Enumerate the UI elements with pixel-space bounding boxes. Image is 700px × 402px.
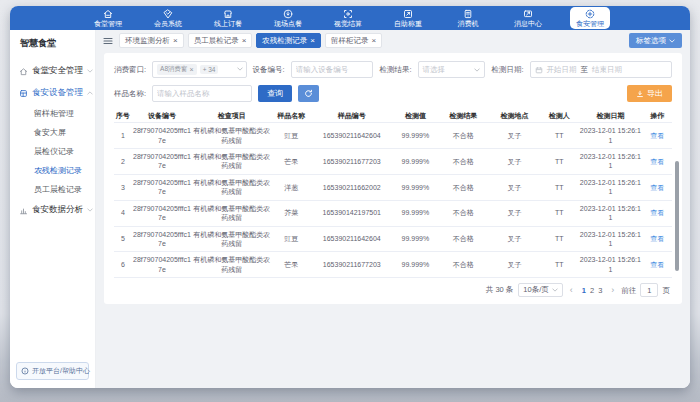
view-link[interactable]: 查看: [650, 235, 664, 242]
sidebar-submenu: 留样柜管理食安大屏晨检仪记录农残检测记录员工晨检记录: [10, 104, 95, 199]
cell-person: TT: [541, 252, 579, 278]
cell-value: 99.999%: [392, 174, 438, 200]
nav-item-4[interactable]: 视觉结算: [330, 6, 366, 30]
view-link[interactable]: 查看: [650, 158, 664, 165]
sidebar-item-2[interactable]: 晨检仪记录: [10, 142, 95, 161]
cell-sample: 洋葱: [271, 174, 311, 200]
sidebar-item-1[interactable]: 食安大屏: [10, 123, 95, 142]
sidebar-group-0[interactable]: 食堂安全管理: [10, 60, 95, 82]
nav-item-8[interactable]: 食安管理: [570, 7, 610, 29]
tab-1[interactable]: 员工晨检记录×: [188, 33, 253, 48]
reset-button[interactable]: [298, 85, 319, 102]
tab-close-icon[interactable]: ×: [372, 37, 377, 45]
table-header: 序号设备编号检查项目样品名称样品编号检测值检测结果检测地点检测人检测日期操作: [114, 109, 672, 123]
cell-project: 有机磷和氨基甲酸酯类农药残留: [192, 226, 271, 252]
sidebar-item-0[interactable]: 留样柜管理: [10, 104, 95, 123]
cell-device: 28f790704205fffc17e: [132, 200, 192, 226]
column-header: 操作: [643, 109, 672, 123]
column-header: 设备编号: [132, 109, 192, 123]
tab-2[interactable]: 农残检测记录×: [256, 33, 321, 48]
cell-project: 有机磷和氨基甲酸酯类农药残留: [192, 123, 271, 149]
device-icon: [19, 89, 28, 98]
cell-seq: 4: [114, 200, 132, 226]
sample-input[interactable]: [157, 89, 247, 98]
cell-device: 28f790704205fffc17e: [132, 174, 192, 200]
cell-date: 2023-12-01 15:26:11: [578, 123, 643, 149]
device-input-wrap: [291, 61, 374, 78]
table-row: 328f790704205fffc17e有机磷和氨基甲酸酯类农药残留洋葱1653…: [114, 174, 672, 200]
chevron-down-icon: [552, 288, 558, 292]
remove-tag-icon[interactable]: ×: [190, 66, 194, 73]
nav-item-7[interactable]: 消息中心: [510, 6, 546, 30]
cell-result: 不合格: [438, 148, 488, 174]
tab-options-button[interactable]: 标签选项: [629, 33, 682, 48]
nav-item-0[interactable]: 食堂管理: [90, 6, 126, 30]
nav-item-label: 消息中心: [514, 20, 542, 27]
date-start-placeholder: 开始日期: [547, 65, 577, 75]
cell-value: 99.999%: [392, 226, 438, 252]
device-filter-label: 设备编号:: [253, 65, 285, 75]
column-header: 检测日期: [578, 109, 643, 123]
scrollbar-thumb[interactable]: [675, 161, 679, 271]
tab-close-icon[interactable]: ×: [242, 37, 247, 45]
next-page-icon[interactable]: ›: [609, 285, 616, 295]
filter-row-1: 消费窗口: A8消费窗 × + 34 设备编号:: [114, 61, 672, 78]
collapse-menu-icon[interactable]: [103, 36, 113, 46]
date-range-picker[interactable]: 开始日期 至 结束日期: [530, 61, 672, 78]
tab-3[interactable]: 留样柜记录×: [325, 33, 382, 48]
chevron-down-icon: [87, 69, 93, 73]
date-separator: 至: [581, 65, 589, 75]
prev-page-icon[interactable]: ‹: [568, 285, 575, 295]
column-header: 检查项目: [192, 109, 271, 123]
sidebar-group-2[interactable]: 食安数据分析: [10, 199, 95, 221]
page-number-2[interactable]: 2: [588, 286, 596, 295]
window-multiselect[interactable]: A8消费窗 × + 34: [152, 61, 247, 78]
open-platform-button[interactable]: 开放平台/帮助中心: [16, 362, 89, 380]
sidebar-item-3[interactable]: 农残检测记录: [10, 161, 95, 180]
jump-input[interactable]: [640, 283, 658, 297]
nav-item-6[interactable]: 消费机: [450, 6, 486, 30]
view-link[interactable]: 查看: [650, 261, 664, 268]
table-scrollbar[interactable]: [675, 161, 679, 299]
nav-item-label: 视觉结算: [334, 20, 362, 27]
sidebar-group-1[interactable]: 食安设备管理: [10, 82, 95, 104]
tab-label: 农残检测记录: [262, 36, 307, 46]
filter-row-2: 样品名称: 查询: [114, 85, 672, 102]
cell-seq: 3: [114, 174, 132, 200]
nav-item-1[interactable]: 会员系统: [150, 6, 186, 30]
table-row: 428f790704205fffc17e有机磷和氨基甲酸酯类农药残留芥菜1653…: [114, 200, 672, 226]
result-select[interactable]: 请选择: [418, 61, 486, 78]
page-number-1[interactable]: 1: [580, 286, 588, 295]
view-link[interactable]: 查看: [650, 209, 664, 216]
cell-person: TT: [541, 148, 579, 174]
tab-close-icon[interactable]: ×: [173, 37, 178, 45]
table-row: 528f790704205fffc17e有机磷和氨基甲酸酯类农药残留豇豆1653…: [114, 226, 672, 252]
sidebar-menu: 食堂安全管理食安设备管理留样柜管理食安大屏晨检仪记录农残检测记录员工晨检记录食安…: [10, 60, 95, 221]
tab-close-icon[interactable]: ×: [310, 37, 315, 45]
export-button[interactable]: 导出: [627, 85, 672, 102]
page-size-select[interactable]: 10条/页: [518, 283, 562, 297]
page-numbers: 123: [580, 286, 605, 295]
sidebar-group-label: 食安数据分析: [32, 204, 83, 216]
nav-item-label: 食安管理: [576, 20, 604, 27]
tab-list: 环境监测分析×员工晨检记录×农残检测记录×留样柜记录×: [119, 33, 623, 48]
cell-result: 不合格: [438, 123, 488, 149]
search-button[interactable]: 查询: [258, 85, 292, 102]
table-row: 628f790704205fffc17e有机磷和氨基甲酸酯类农药残留芒果1653…: [114, 252, 672, 278]
sidebar-item-4[interactable]: 员工晨检记录: [10, 180, 95, 199]
device-input[interactable]: [296, 65, 369, 74]
cell-action: 查看: [643, 123, 672, 149]
nav-item-5[interactable]: 自助称重: [390, 6, 426, 30]
page-size-value: 10条/页: [523, 285, 548, 295]
view-link[interactable]: 查看: [650, 132, 664, 139]
cell-location: 叉子: [488, 148, 540, 174]
view-link[interactable]: 查看: [650, 184, 664, 191]
more-count-tag: + 34: [200, 65, 219, 74]
cell-seq: 2: [114, 148, 132, 174]
tab-0[interactable]: 环境监测分析×: [119, 33, 184, 48]
nav-item-2[interactable]: 线上订餐: [210, 6, 246, 30]
cell-sample_no: 165390211662002: [311, 174, 392, 200]
nav-item-3[interactable]: 现场点餐: [270, 6, 306, 30]
date-end-placeholder: 结束日期: [592, 65, 622, 75]
page-number-3[interactable]: 3: [596, 286, 604, 295]
